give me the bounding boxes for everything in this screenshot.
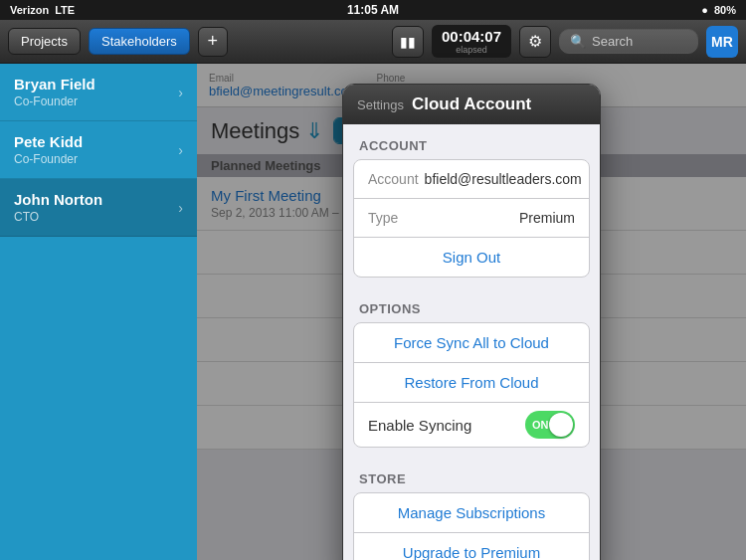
search-placeholder: Search bbox=[592, 34, 633, 49]
account-row: Account bfield@resultleaders.com bbox=[354, 160, 589, 199]
sidebar-item-role: Co-Founder bbox=[14, 152, 83, 166]
settings-modal: Settings Cloud Account Account Account b… bbox=[342, 84, 601, 560]
sidebar-item-name: Bryan Field bbox=[14, 76, 95, 93]
gear-button[interactable]: ⚙ bbox=[519, 26, 551, 58]
account-value: bfield@resultleaders.com bbox=[425, 171, 582, 187]
toolbar: Projects Stakeholders + ▮▮ 00:04:07 elap… bbox=[0, 20, 746, 64]
options-group: Force Sync All to Cloud Restore From Clo… bbox=[353, 322, 590, 448]
store-group: Manage Subscriptions Upgrade to Premium bbox=[353, 492, 590, 560]
status-right: ● 80% bbox=[701, 4, 736, 16]
battery-label: 80% bbox=[714, 4, 736, 16]
carrier-label: Verizon bbox=[10, 4, 49, 16]
chevron-right-icon: › bbox=[178, 142, 183, 158]
account-group: Account bfield@resultleaders.com Type Pr… bbox=[353, 159, 590, 278]
sidebar-item-text: Pete Kidd Co-Founder bbox=[14, 133, 83, 166]
modal-title: Cloud Account bbox=[412, 94, 531, 114]
account-section-header: Account bbox=[343, 124, 600, 159]
status-bar: Verizon LTE 11:05 AM ● 80% bbox=[0, 0, 746, 20]
toggle-thumb bbox=[549, 413, 573, 437]
toggle-on-label: ON bbox=[532, 419, 549, 431]
type-row: Type Premium bbox=[354, 199, 589, 238]
pause-button[interactable]: ▮▮ bbox=[392, 26, 424, 58]
sidebar-item-text: John Norton CTO bbox=[14, 191, 102, 224]
modal-settings-label: Settings bbox=[357, 97, 404, 112]
mr-icon: MR bbox=[706, 26, 738, 58]
sidebar-item-pete-kidd[interactable]: Pete Kidd Co-Founder › bbox=[0, 121, 197, 179]
timer-time: 00:04:07 bbox=[442, 28, 501, 45]
timer-elapsed-label: elapsed bbox=[442, 45, 501, 55]
restore-button[interactable]: Restore From Cloud bbox=[354, 363, 589, 403]
enable-sync-toggle[interactable]: ON bbox=[525, 411, 575, 439]
sign-out-button[interactable]: Sign Out bbox=[354, 238, 589, 277]
force-sync-button[interactable]: Force Sync All to Cloud bbox=[354, 323, 589, 363]
manage-subscriptions-button[interactable]: Manage Subscriptions bbox=[354, 493, 589, 533]
search-icon: 🔍 bbox=[570, 34, 586, 49]
upgrade-premium-button[interactable]: Upgrade to Premium bbox=[354, 533, 589, 560]
bluetooth-icon: ● bbox=[701, 4, 708, 16]
timer-section: ▮▮ 00:04:07 elapsed ⚙ bbox=[392, 25, 551, 58]
add-button[interactable]: + bbox=[198, 27, 228, 57]
status-time: 11:05 AM bbox=[347, 3, 399, 17]
search-bar[interactable]: 🔍 Search bbox=[559, 29, 698, 54]
sidebar-item-john-norton[interactable]: John Norton CTO › bbox=[0, 179, 197, 237]
modal-title-bar: Settings Cloud Account bbox=[343, 85, 600, 124]
sidebar-item-text: Bryan Field Co-Founder bbox=[14, 76, 95, 108]
modal-overlay: Settings Cloud Account Account Account b… bbox=[197, 64, 746, 560]
sidebar-item-name: John Norton bbox=[14, 191, 102, 208]
sidebar: Bryan Field Co-Founder › Pete Kidd Co-Fo… bbox=[0, 64, 197, 560]
chevron-right-icon: › bbox=[178, 200, 183, 216]
sidebar-item-name: Pete Kidd bbox=[14, 133, 83, 150]
status-left: Verizon LTE bbox=[10, 4, 75, 16]
sidebar-item-role: Co-Founder bbox=[14, 94, 95, 108]
stakeholders-button[interactable]: Stakeholders bbox=[89, 28, 190, 55]
content-area: Email bfield@meetingresult.com Phone (70… bbox=[197, 64, 746, 560]
type-label: Type bbox=[368, 210, 398, 226]
timer-display: 00:04:07 elapsed bbox=[432, 25, 511, 58]
network-label: LTE bbox=[55, 4, 75, 16]
sidebar-item-bryan-field[interactable]: Bryan Field Co-Founder › bbox=[0, 64, 197, 121]
store-section-header: Store bbox=[343, 458, 600, 492]
options-section-header: Options bbox=[343, 287, 600, 322]
chevron-right-icon: › bbox=[178, 85, 183, 100]
type-value: Premium bbox=[519, 210, 575, 226]
projects-button[interactable]: Projects bbox=[8, 28, 81, 55]
account-label: Account bbox=[368, 171, 419, 187]
enable-sync-row: Enable Syncing ON bbox=[354, 403, 589, 447]
enable-sync-label: Enable Syncing bbox=[368, 417, 471, 434]
main-layout: Bryan Field Co-Founder › Pete Kidd Co-Fo… bbox=[0, 64, 746, 560]
sidebar-item-role: CTO bbox=[14, 210, 102, 224]
